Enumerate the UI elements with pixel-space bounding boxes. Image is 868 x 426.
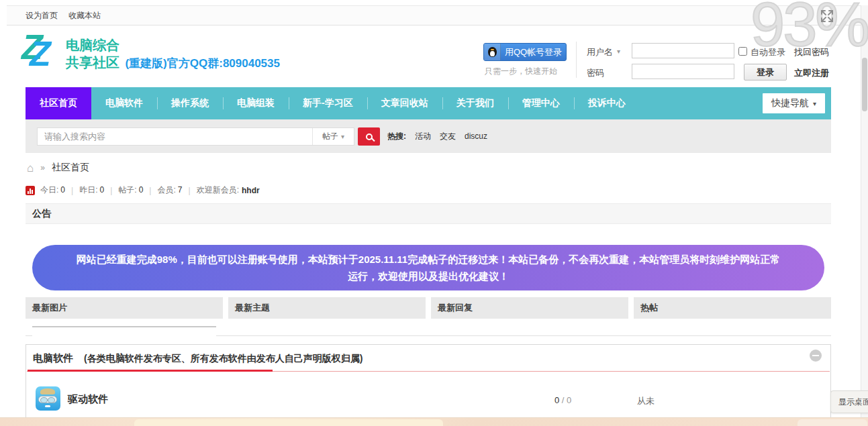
username-type-caret-icon[interactable]: ▾ xyxy=(617,48,620,55)
nav-item-newbie[interactable]: 新手-学习区 xyxy=(289,87,367,119)
show-desktop-tooltip[interactable]: 显示桌面 xyxy=(830,390,868,413)
home-icon[interactable]: ⌂ xyxy=(27,162,34,174)
pipe-separator: | xyxy=(110,186,112,195)
hot-keyword-link[interactable]: 交友 xyxy=(440,131,456,142)
nav-item-label: 社区首页 xyxy=(40,97,77,109)
welcome-newest-member: 欢迎新会员: xyxy=(197,184,239,196)
latest-topics-cell xyxy=(228,319,426,335)
hot-posts-cell xyxy=(634,319,831,335)
forum-post-count: 0 xyxy=(567,395,571,405)
qq-login-label: 用QQ帐号登录 xyxy=(501,46,566,58)
breadcrumb-arrow-icon: » xyxy=(40,163,45,172)
newest-member-link[interactable]: hhdr xyxy=(242,186,260,195)
nav-item-complaint[interactable]: 投诉中心 xyxy=(574,87,640,119)
nav-item-build[interactable]: 电脑组装 xyxy=(223,87,289,119)
quick-nav-button[interactable]: 快捷导航 ▾ xyxy=(763,93,825,113)
search-input[interactable] xyxy=(38,128,312,145)
find-password-link[interactable]: 找回密码 xyxy=(794,46,829,58)
forum-link-drivers[interactable]: 驱动软件 xyxy=(68,393,108,406)
taskbar-segment xyxy=(798,419,867,426)
latest-images-cell xyxy=(26,319,223,335)
login-button[interactable]: 登录 xyxy=(744,64,787,81)
register-link[interactable]: 立即注册 xyxy=(794,67,829,79)
nav-menu: 社区首页 电脑软件 操作系统 电脑组装 新手-学习区 文章回收站 关于我们 管理… xyxy=(26,87,831,119)
nav-item-label: 管理中心 xyxy=(522,97,560,109)
logo-subtitle: 共享社区 xyxy=(66,55,119,70)
nav-item-label: 文章回收站 xyxy=(381,97,428,109)
category-card-software: 电脑软件 (各类电脑软件发布专区、所有发布软件由发布人自己声明版权归属) 驱动软… xyxy=(26,344,831,426)
search-button[interactable] xyxy=(358,127,380,146)
column-latest-topics: 最新主题 xyxy=(228,297,426,319)
category-underline-accent xyxy=(28,370,273,372)
nav-item-recycle[interactable]: 文章回收站 xyxy=(367,87,442,119)
announcement-title: 公告 xyxy=(32,204,51,223)
qq-login-hint: 只需一步，快速开始 xyxy=(485,66,557,77)
fullscreen-expand-icon[interactable] xyxy=(819,8,835,24)
search-box: 帖子 ▾ xyxy=(37,127,354,146)
logo-z-front: Z xyxy=(30,36,51,71)
taskbar-peek-strip xyxy=(0,417,868,426)
column-hot-posts: 热帖 xyxy=(634,297,831,319)
hot-keyword-link[interactable]: discuz xyxy=(465,131,487,141)
qq-login-button[interactable]: 用QQ帐号登录 xyxy=(483,43,567,61)
taskbar-segment xyxy=(134,419,443,426)
placeholder-line xyxy=(32,326,216,343)
logo-subtitle-row: 共享社区 (重建版)官方QQ群:809040535 xyxy=(66,54,280,72)
pipe-separator: | xyxy=(71,186,73,195)
vertical-scrollbar[interactable] xyxy=(861,5,868,417)
nav-item-software[interactable]: 电脑软件 xyxy=(91,87,157,119)
password-input[interactable] xyxy=(632,64,734,79)
latest-replies-cell xyxy=(431,319,628,335)
forum-icon-goggles xyxy=(38,396,57,403)
auto-login-checkbox[interactable] xyxy=(738,47,747,56)
username-input[interactable] xyxy=(632,43,734,58)
collapse-icon[interactable] xyxy=(810,350,822,362)
search-scope-select[interactable]: 帖子 ▾ xyxy=(312,128,354,145)
announcement-banner-text: 网站已经重建完成98%，目前也可以注册账号使用，本站预计于2025.11.11完… xyxy=(75,251,781,284)
chevron-down-icon: ▾ xyxy=(813,100,816,107)
set-homepage-link[interactable]: 设为首页 xyxy=(26,10,58,21)
nav-item-label: 投诉中心 xyxy=(588,97,626,109)
category-description: (各类电脑软件发布专区、所有发布软件由发布人自己声明版权归属) xyxy=(84,353,363,365)
nav-item-os[interactable]: 操作系统 xyxy=(157,87,223,119)
login-divider xyxy=(576,42,577,78)
nav-item-about[interactable]: 关于我们 xyxy=(442,87,508,119)
forum-topic-count: 0 xyxy=(554,395,559,405)
bookmark-site-link[interactable]: 收藏本站 xyxy=(68,10,101,21)
logo-qq-group-note: (重建版)官方QQ群:809040535 xyxy=(125,57,280,70)
search-strip: 帖子 ▾ 热搜: 活动 交友 discuz xyxy=(26,119,831,153)
bar-chart-icon xyxy=(26,186,35,195)
main-nav-bar: 社区首页 电脑软件 操作系统 电脑组装 新手-学习区 文章回收站 关于我们 管理… xyxy=(26,87,831,119)
column-latest-images: 最新图片 xyxy=(26,297,223,319)
search-scope-label: 帖子 xyxy=(322,131,338,142)
breadcrumb: ⌂ » 社区首页 xyxy=(27,162,89,174)
forum-last-post: 从未 xyxy=(637,395,655,407)
nav-item-admin[interactable]: 管理中心 xyxy=(508,87,574,119)
nav-item-label: 电脑软件 xyxy=(105,97,143,109)
announcement-banner: 网站已经重建完成98%，目前也可以注册账号使用，本站预计于2025.11.11完… xyxy=(32,245,824,290)
stat-members: 会员:7 xyxy=(157,184,182,196)
hot-keyword-link[interactable]: 活动 xyxy=(415,131,431,142)
qq-penguin-icon xyxy=(484,44,501,60)
announcement-bar: 公告 xyxy=(26,203,831,224)
scrollbar-thumb[interactable] xyxy=(862,58,867,111)
latest-board-header: 最新图片 最新主题 最新回复 热帖 xyxy=(26,297,831,319)
nav-item-home[interactable]: 社区首页 xyxy=(26,87,91,119)
auto-login-label: 自动登录 xyxy=(751,46,785,58)
forum-icon[interactable] xyxy=(36,386,60,411)
nav-item-label: 新手-学习区 xyxy=(303,97,353,109)
password-label: 密码 xyxy=(587,67,604,79)
latest-board: 最新图片 最新主题 最新回复 热帖 xyxy=(26,297,831,336)
hot-search-label: 热搜: xyxy=(387,131,406,142)
forum-icon-hair xyxy=(40,388,55,394)
nav-item-label: 关于我们 xyxy=(456,97,494,109)
pipe-separator: | xyxy=(149,186,151,195)
quick-nav-label: 快捷导航 xyxy=(771,97,809,109)
site-logo[interactable]: Z Z 电脑综合 共享社区 (重建版)官方QQ群:809040535 xyxy=(24,34,306,78)
column-latest-replies: 最新回复 xyxy=(431,297,628,319)
stat-today: 今日:0 xyxy=(40,184,65,196)
hot-search-row: 热搜: 活动 交友 discuz xyxy=(387,119,487,153)
breadcrumb-current[interactable]: 社区首页 xyxy=(52,162,89,174)
category-title[interactable]: 电脑软件 xyxy=(33,352,73,365)
forum-icon-mouth xyxy=(45,405,50,407)
